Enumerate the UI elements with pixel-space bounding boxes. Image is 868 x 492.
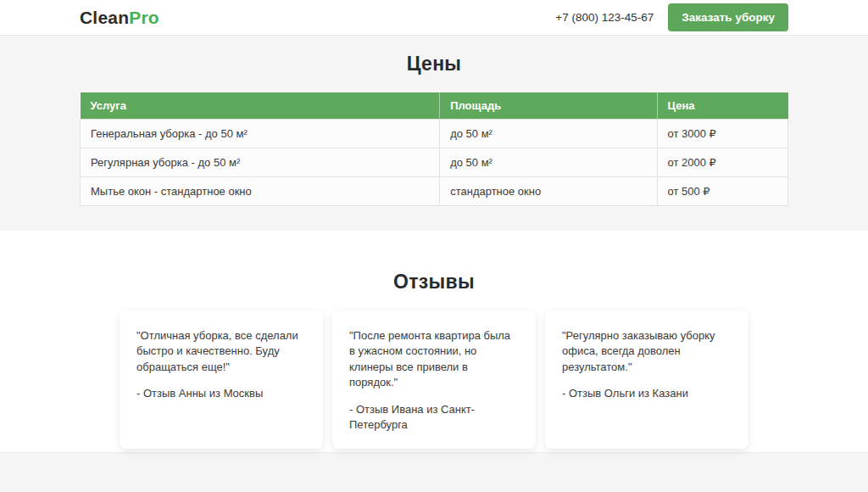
cell-area: до 50 м² [440, 148, 657, 177]
cell-service: Регулярная уборка - до 50 м² [81, 148, 440, 177]
review-card: "После ремонта квартира была в ужасном с… [332, 310, 536, 449]
cell-service: Генеральная уборка - до 50 м² [81, 120, 440, 148]
order-cleaning-button[interactable]: Заказать уборку [668, 3, 788, 31]
cell-service: Мытье окон - стандартное окно [81, 177, 440, 206]
table-row: Регулярная уборка - до 50 м² до 50 м² от… [81, 148, 788, 177]
column-header-service: Услуга [81, 92, 440, 120]
review-cards: "Отличная уборка, все сделали быстро и к… [0, 310, 868, 449]
site-footer [0, 452, 868, 492]
review-card: "Регулярно заказываю уборку офиса, всегд… [545, 310, 748, 449]
column-header-price: Цена [657, 92, 787, 120]
site-header: CleanPro +7 (800) 123-45-67 Заказать убо… [0, 0, 868, 35]
review-author: - Отзыв Анны из Москвы [136, 386, 306, 401]
review-card: "Отличная уборка, все сделали быстро и к… [120, 310, 323, 449]
prices-table: Услуга Площадь Цена Генеральная уборка -… [80, 92, 788, 206]
review-quote: "После ремонта квартира была в ужасном с… [349, 328, 519, 391]
phone-number: +7 (800) 123-45-67 [555, 11, 654, 24]
table-row: Генеральная уборка - до 50 м² до 50 м² о… [81, 120, 788, 148]
review-quote: "Регулярно заказываю уборку офиса, всегд… [562, 328, 732, 375]
prices-section: Цены Услуга Площадь Цена Генеральная убо… [0, 35, 868, 231]
reviews-section: Отзывы "Отличная уборка, все сделали быс… [0, 231, 868, 452]
review-author: - Отзыв Ольги из Казани [562, 386, 732, 401]
logo[interactable]: CleanPro [80, 8, 159, 28]
logo-text-pro: Pro [129, 8, 159, 27]
table-header-row: Услуга Площадь Цена [81, 92, 788, 120]
table-row: Мытье окон - стандартное окно стандартно… [81, 177, 788, 206]
column-header-area: Площадь [440, 92, 657, 120]
cell-area: стандартное окно [440, 177, 657, 206]
cell-area: до 50 м² [440, 120, 657, 148]
cell-price: от 2000 ₽ [657, 148, 787, 177]
cell-price: от 3000 ₽ [657, 120, 787, 148]
logo-text-clean: Clean [80, 8, 129, 27]
reviews-title: Отзывы [0, 271, 868, 294]
review-quote: "Отличная уборка, все сделали быстро и к… [136, 328, 306, 375]
cell-price: от 500 ₽ [657, 177, 787, 206]
review-author: - Отзыв Ивана из Санкт-Петербурга [349, 402, 519, 433]
prices-title: Цены [0, 53, 868, 75]
